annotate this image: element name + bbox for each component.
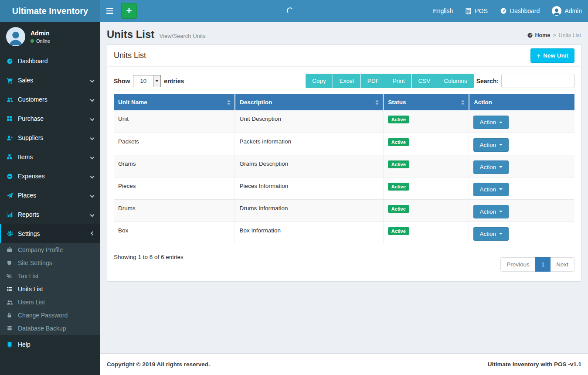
sidebar-menu-bottom: Help — [0, 335, 100, 354]
sidebar-item-label: Reports — [18, 211, 39, 218]
sidebar-item-users-list[interactable]: Users List — [0, 296, 100, 309]
excel-button[interactable]: Excel — [333, 74, 360, 88]
units-list-panel: Units List + New Unit Show 10 entries Co… — [107, 44, 581, 282]
column-header-description[interactable]: Description — [235, 94, 383, 110]
sidebar-item-tax-list[interactable]: % Tax List — [0, 269, 100, 283]
action-label: Action — [479, 208, 496, 215]
gears-icon — [7, 230, 18, 237]
unit-name-cell: Pieces — [114, 177, 235, 199]
nav-language[interactable]: English — [427, 0, 459, 22]
sidebar-item-dashboard[interactable]: Dashboard — [0, 51, 100, 71]
table-row: Pieces Pieces Information Active Action — [114, 177, 574, 199]
nav-pos[interactable]: POS — [459, 0, 494, 22]
sidebar-item-label: Settings — [18, 230, 40, 237]
breadcrumb: Home > Units List — [527, 32, 581, 38]
sidebar-item-purchase[interactable]: Purchase — [0, 109, 100, 128]
sidebar-item-suppliers[interactable]: Suppliers — [0, 128, 100, 147]
table-header-row: Unit Name Description Status Action — [114, 94, 574, 110]
chevron-left-icon — [90, 193, 95, 198]
status-badge: Active — [388, 138, 409, 146]
export-button-group: Copy Excel PDF Print CSV Columns — [306, 74, 473, 88]
nav-dashboard[interactable]: Dashboard — [494, 0, 546, 22]
search-input[interactable] — [501, 74, 574, 88]
entries-label: entries — [164, 78, 184, 85]
paper-plane-icon — [7, 192, 18, 199]
sidebar-item-reports[interactable]: Reports — [0, 205, 100, 224]
chevron-left-icon — [90, 212, 95, 217]
action-dropdown-button[interactable]: Action — [473, 183, 509, 196]
action-dropdown-button[interactable]: Action — [473, 138, 509, 152]
unit-name-cell: Packets — [114, 133, 235, 155]
minus-circle-icon — [7, 173, 18, 180]
nav-user[interactable]: Admin — [546, 0, 588, 22]
sidebar-item-units-list[interactable]: Units List — [0, 283, 100, 296]
sidebar-item-company-profile[interactable]: Company Profile — [0, 243, 100, 256]
plus-icon: + — [537, 52, 540, 59]
unit-name-cell: Grams — [114, 155, 235, 177]
previous-page-button[interactable]: Previous — [500, 257, 536, 272]
quick-add-button[interactable]: + — [121, 3, 137, 19]
sidebar-user-panel: Admin Online — [0, 22, 100, 51]
sort-icon — [227, 100, 231, 105]
nav-user-label: Admin — [564, 7, 582, 14]
page-size-value: 10 — [133, 75, 153, 87]
status-cell: Active — [383, 199, 469, 222]
sidebar-item-database-backup[interactable]: Database Backup — [0, 322, 100, 335]
csv-button[interactable]: CSV — [411, 74, 437, 88]
sidebar-item-places[interactable]: Places — [0, 186, 100, 205]
columns-button[interactable]: Columns — [437, 74, 473, 88]
action-dropdown-button[interactable]: Action — [473, 205, 509, 218]
column-header-unit-name[interactable]: Unit Name — [114, 94, 235, 110]
column-label: Status — [388, 99, 406, 106]
description-cell: Pieces Information — [235, 177, 383, 199]
nav-pos-label: POS — [475, 7, 488, 14]
search-label: Search: — [476, 78, 499, 85]
action-dropdown-button[interactable]: Action — [473, 116, 509, 129]
sort-icon — [375, 100, 379, 105]
sidebar-item-site-settings[interactable]: Site Settings — [0, 256, 100, 269]
user-avatar — [6, 27, 25, 46]
app-title: Ultimate Inventory — [12, 6, 88, 16]
print-button[interactable]: Print — [386, 74, 411, 88]
users-icon — [7, 96, 18, 103]
sidebar-user-name: Admin — [31, 30, 50, 37]
sidebar-item-label: Places — [18, 192, 36, 199]
column-header-status[interactable]: Status — [383, 94, 469, 110]
sidebar-item-label: Change Password — [18, 312, 68, 319]
action-dropdown-button[interactable]: Action — [473, 160, 509, 174]
list-icon — [7, 286, 18, 292]
shield-icon — [7, 260, 18, 266]
sidebar-item-label: Dashboard — [18, 58, 48, 65]
cubes-icon — [7, 154, 18, 160]
user-plus-icon — [7, 135, 18, 141]
units-table: Unit Name Description Status Action — [114, 94, 574, 244]
breadcrumb-home[interactable]: Home — [527, 32, 551, 38]
new-unit-button[interactable]: + New Unit — [530, 48, 574, 63]
sidebar-item-sales[interactable]: Sales — [0, 71, 100, 90]
sidebar-item-label: Company Profile — [18, 246, 63, 253]
copy-button[interactable]: Copy — [306, 74, 333, 88]
sidebar-toggle-button[interactable] — [100, 0, 119, 22]
main-content: Units List View/Search Units Home > Unit… — [100, 22, 588, 353]
breadcrumb-separator: > — [553, 32, 556, 38]
user-avatar-icon — [552, 6, 561, 16]
sidebar-item-help[interactable]: Help — [0, 335, 100, 354]
page-size-select[interactable]: 10 — [133, 75, 161, 87]
sidebar-item-items[interactable]: Items — [0, 147, 100, 167]
sidebar-item-change-password[interactable]: Change Password — [0, 309, 100, 322]
tachometer-icon — [500, 7, 507, 14]
breadcrumb-home-label: Home — [535, 32, 551, 38]
next-page-button[interactable]: Next — [550, 257, 574, 272]
lock-icon — [7, 312, 18, 318]
caret-down-icon — [499, 144, 503, 146]
sidebar-item-settings[interactable]: Settings — [0, 224, 100, 243]
app-logo[interactable]: Ultimate Inventory — [0, 0, 100, 22]
sidebar-item-expenses[interactable]: Expenses — [0, 167, 100, 186]
table-row: Grams Grams Description Active Action — [114, 155, 574, 177]
action-dropdown-button[interactable]: Action — [473, 227, 509, 241]
pdf-button[interactable]: PDF — [360, 74, 386, 88]
version-text: Ultimate Inventory with POS -v1.1 — [488, 361, 581, 368]
page-1-button[interactable]: 1 — [535, 257, 551, 272]
sidebar-item-customers[interactable]: Customers — [0, 90, 100, 109]
pagination: Previous 1 Next — [500, 257, 574, 272]
